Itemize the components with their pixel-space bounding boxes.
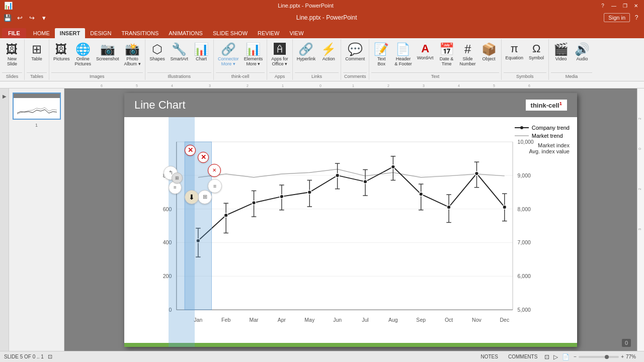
customize-qat-button[interactable]: ▾ <box>38 12 49 23</box>
svg-text:9,000: 9,000 <box>518 172 531 178</box>
equation-button[interactable]: π Equation <box>504 40 526 70</box>
close-button[interactable]: ✕ <box>632 2 640 10</box>
chart-legend: Company trend Market trend <box>515 125 570 141</box>
view-slide-show-button[interactable]: ▷ <box>553 353 558 360</box>
wordart-button[interactable]: A WordArt <box>415 40 436 70</box>
zoom-track[interactable] <box>579 356 619 358</box>
slide-canvas[interactable]: Line Chart think-cell¹ Company trend Mar… <box>64 88 637 351</box>
online-pictures-icon: 🌐 <box>75 43 91 55</box>
textbox-icon: 📝 <box>374 43 389 55</box>
context-action4-button[interactable]: ≡ <box>208 179 222 193</box>
signin-button[interactable]: Sign in <box>604 13 630 22</box>
hyperlink-button[interactable]: 🔗 Hyperlink <box>295 40 318 70</box>
undo-button[interactable]: ↩ <box>14 12 25 23</box>
new-slide-button[interactable]: 🖼 NewSlide <box>2 40 22 70</box>
context-action7-button[interactable]: ⊞ <box>172 172 183 184</box>
photo-album-button[interactable]: 📸 PhotoAlbum ▾ <box>122 40 143 70</box>
smartart-button[interactable]: 🔧 SmartArt <box>169 40 191 70</box>
svg-text:7,000: 7,000 <box>518 239 531 245</box>
svg-text:5: 5 <box>493 84 495 87</box>
vertical-ruler: 2 0 2 3 <box>637 88 644 351</box>
comment-button[interactable]: 💬 Comment <box>343 40 367 70</box>
tab-design[interactable]: DESIGN <box>85 28 116 38</box>
svg-text:6: 6 <box>528 84 530 87</box>
comments-button[interactable]: COMMENTS <box>505 353 540 360</box>
zoom-level[interactable]: 77% <box>626 354 640 359</box>
help-button[interactable]: ? <box>599 2 607 10</box>
view-reading-button[interactable]: 📄 <box>562 353 570 360</box>
main-area: ▶ 1 Line Chart think-cell¹ <box>0 88 644 351</box>
minimize-button[interactable]: — <box>610 2 618 10</box>
tab-review[interactable]: REVIEW <box>253 28 284 38</box>
equation-icon: π <box>511 43 518 54</box>
table-label: Table <box>31 56 42 61</box>
redo-button[interactable]: ↪ <box>26 12 37 23</box>
legend-market-label: Market trend <box>532 133 563 139</box>
zoom-slider[interactable]: − + 77% <box>574 354 640 359</box>
help-icon[interactable]: ? <box>631 12 642 23</box>
window-controls[interactable]: ? — ❐ ✕ <box>599 2 640 10</box>
svg-text:1: 1 <box>282 84 284 87</box>
slide[interactable]: Line Chart think-cell¹ Company trend Mar… <box>124 93 577 347</box>
textbox-button[interactable]: 📝 TextBox <box>371 40 391 70</box>
media-group-label: Media <box>551 72 592 80</box>
context-cursor-button[interactable]: ⬇ <box>185 190 199 204</box>
view-normal-button[interactable]: ⊡ <box>544 353 549 360</box>
svg-text:2: 2 <box>638 118 641 120</box>
tab-animations[interactable]: ANIMATIONS <box>164 28 208 38</box>
svg-text:4: 4 <box>458 84 460 87</box>
elements-button[interactable]: 📊 ElementsMore ▾ <box>242 40 265 70</box>
slide-thumbnails[interactable]: 1 <box>9 88 64 351</box>
context-close2-button[interactable]: ✕ <box>198 152 209 163</box>
illustrations-group-label: Illustrations <box>147 72 212 80</box>
chart-context-menu[interactable]: ✕ ✕ ✕ ↰ ≡ ⊞ ⬇ ≡ ⊞ <box>164 145 224 205</box>
chart-area[interactable]: Company trend Market trend Market index … <box>124 117 577 347</box>
apps-for-office-button[interactable]: 🅰 Apps forOffice ▾ <box>269 40 290 70</box>
slide-number-label: SlideNumber <box>460 56 476 66</box>
tab-transitions[interactable]: TRANSITIONS <box>116 28 164 38</box>
datetime-label: Date &Time <box>440 56 454 66</box>
slide-number-button[interactable]: # SlideNumber <box>458 40 478 70</box>
tab-slideshow[interactable]: SLIDE SHOW <box>208 28 253 38</box>
chart-button[interactable]: 📊 Chart <box>191 40 211 70</box>
context-action3-button[interactable]: ✕ <box>208 164 221 177</box>
pictures-button[interactable]: 🖼 Pictures <box>51 40 72 70</box>
document-title: Line.pptx - PowerPoint <box>50 14 603 21</box>
thinkcell-logo: think-cell¹ <box>526 100 567 111</box>
tables-group: ⊞ Table Tables <box>25 39 49 80</box>
file-tab[interactable]: FILE <box>2 28 26 38</box>
svg-point-91 <box>447 205 451 209</box>
svg-text:May: May <box>304 317 315 323</box>
tab-insert[interactable]: INSERT <box>55 28 85 38</box>
slides-group-label: Slides <box>2 72 22 80</box>
slide-thumbnail[interactable] <box>13 93 61 120</box>
header-footer-button[interactable]: 📄 Header& Footer <box>392 40 414 70</box>
zoom-in-button[interactable]: + <box>621 354 624 359</box>
svg-point-88 <box>363 179 367 184</box>
tab-view[interactable]: VIEW <box>284 28 308 38</box>
online-pictures-button[interactable]: 🌐 OnlinePictures <box>73 40 94 70</box>
context-close-button[interactable]: ✕ <box>185 145 196 156</box>
action-button[interactable]: ⚡ Action <box>318 40 339 70</box>
comment-icon: 💬 <box>348 43 363 55</box>
table-button[interactable]: ⊞ Table <box>27 40 47 70</box>
datetime-button[interactable]: 📅 Date &Time <box>437 40 457 70</box>
restore-button[interactable]: ❐ <box>621 2 629 10</box>
connector-button[interactable]: 🔗 ConnectorMore ▾ <box>216 40 241 70</box>
symbol-label: Symbol <box>529 55 544 60</box>
notes-button[interactable]: NOTES <box>478 353 501 360</box>
context-action5-button[interactable]: ⊞ <box>198 190 212 204</box>
screenshot-button[interactable]: 📷 Screenshot <box>94 40 121 70</box>
audio-button[interactable]: 🔊 Audio <box>572 40 592 70</box>
svg-text:2: 2 <box>638 188 641 190</box>
panel-toggle[interactable]: ▶ <box>0 88 9 351</box>
symbol-button[interactable]: Ω Symbol <box>526 40 546 70</box>
action-label: Action <box>323 56 335 61</box>
tab-home[interactable]: HOME <box>28 28 55 38</box>
object-button[interactable]: 📦 Object <box>479 40 499 70</box>
save-button[interactable]: 💾 <box>2 12 13 23</box>
zoom-out-button[interactable]: − <box>574 354 577 359</box>
video-button[interactable]: 🎬 Video <box>551 40 571 70</box>
shapes-button[interactable]: ⬡ Shapes <box>147 40 168 70</box>
shapes-label: Shapes <box>149 56 165 61</box>
